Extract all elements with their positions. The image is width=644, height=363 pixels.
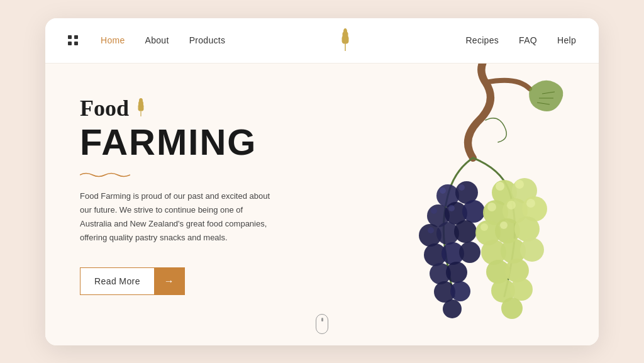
hero-food-text: Food [80,95,129,121]
svg-point-26 [450,281,470,301]
nav-right: Recipes FAQ Help [465,35,576,45]
menu-dots[interactable] [68,35,78,45]
hero-wavy-divider [80,169,130,176]
nav-help[interactable]: Help [557,35,576,45]
svg-point-22 [459,242,480,263]
hero-section: Food FARMING Food [45,64,599,345]
svg-point-51 [487,203,496,211]
svg-point-24 [446,262,467,283]
browser-window: Home About Products Recipes FAQ Help [45,18,599,345]
read-more-arrow-icon: → [154,268,184,294]
nav-center [225,27,465,53]
svg-point-52 [507,201,516,209]
scroll-indicator [316,314,328,334]
read-more-label: Read More [80,269,154,294]
hero-description: Food Farming is proud of our past and ex… [80,189,275,245]
scroll-mouse [316,314,328,334]
read-more-button[interactable]: Read More → [80,267,185,295]
svg-point-5 [343,28,347,35]
hero-content: Food FARMING Food [45,64,309,345]
svg-point-55 [500,221,508,229]
svg-point-50 [515,180,524,189]
nav-left: Home About Products [101,35,225,45]
hero-wheat-icon [134,98,148,119]
svg-point-11 [139,98,143,103]
navbar: Home About Products Recipes FAQ Help [45,18,599,64]
nav-home[interactable]: Home [101,35,125,45]
svg-point-19 [454,220,477,243]
nav-recipes[interactable]: Recipes [465,35,499,45]
hero-title: FARMING [80,124,275,160]
svg-point-53 [526,199,535,208]
svg-point-28 [440,187,446,194]
svg-point-32 [428,227,434,233]
svg-point-30 [431,208,437,214]
nav-about[interactable]: About [145,35,169,45]
svg-point-48 [501,298,523,319]
svg-point-27 [443,299,462,318]
nav-products[interactable]: Products [189,35,226,45]
svg-point-29 [458,184,465,191]
grape-illustration [297,64,580,345]
svg-point-49 [496,182,504,191]
svg-point-43 [520,238,544,262]
svg-point-54 [480,223,488,231]
hero-food-label: Food [80,95,275,121]
svg-point-16 [462,200,485,223]
svg-point-40 [514,216,540,242]
svg-point-31 [448,205,455,211]
nav-faq[interactable]: FAQ [519,35,537,45]
scroll-dot [321,318,323,321]
logo-wheat-icon [336,27,354,53]
svg-point-47 [510,278,533,301]
